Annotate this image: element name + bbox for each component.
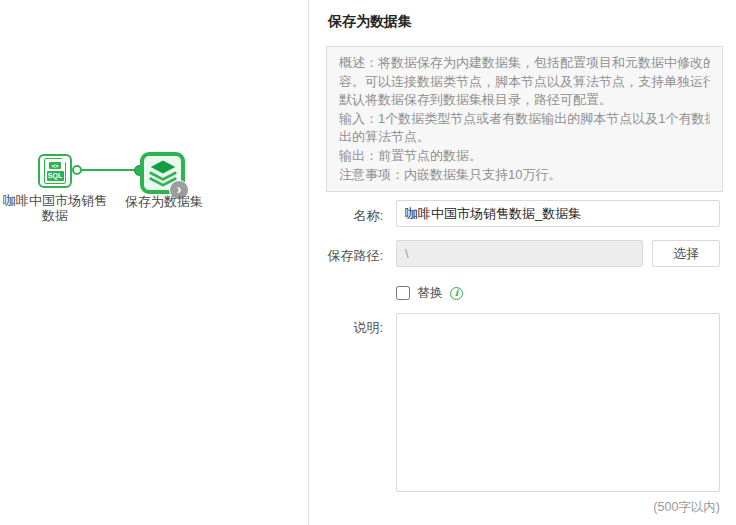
edge-connector — [80, 169, 137, 171]
config-panel: 保存为数据集 概述：将数据保存为内建数据集，包括配置项目和元数据中修改的内 容。… — [309, 0, 736, 525]
app-window: <> SQL › 咖啡中国市场销售数据 保存为数据集 保存为数据集 概述：将数据… — [0, 0, 736, 525]
save-path-input[interactable] — [396, 240, 643, 267]
node-label-save-dataset: 保存为数据集 — [118, 194, 210, 209]
node-label-sql-source: 咖啡中国市场销售数据 — [0, 193, 110, 223]
note-textarea[interactable] — [396, 313, 720, 492]
sql-badge-icon: SQL — [47, 171, 64, 181]
name-label: 名称: — [309, 207, 383, 225]
description-box: 概述：将数据保存为内建数据集，包括配置项目和元数据中修改的内 容。可以连接数据类… — [326, 46, 723, 192]
choose-path-button[interactable]: 选择 — [652, 240, 720, 267]
description-line: 注意事项：内嵌数据集只支持10万行。 — [339, 166, 710, 185]
replace-option-row: 替换 i — [396, 285, 463, 301]
description-line: 容。可以连接数据类节点，脚本节点以及算法节点，支持单独运行， — [339, 73, 710, 92]
description-line: 出的算法节点。 — [339, 128, 710, 147]
panel-title: 保存为数据集 — [328, 13, 412, 31]
description-line: 输入：1个数据类型节点或者有数据输出的脚本节点以及1个有数据输 — [339, 110, 710, 129]
folded-corner-icon — [60, 157, 67, 164]
workflow-canvas[interactable]: <> SQL › 咖啡中国市场销售数据 保存为数据集 — [0, 0, 308, 525]
note-label: 说明: — [309, 319, 383, 337]
info-icon[interactable]: i — [450, 287, 463, 300]
save-path-label: 保存路径: — [309, 247, 383, 265]
description-line: 默认将数据保存到数据集根目录，路径可配置。 — [339, 91, 710, 110]
replace-checkbox[interactable] — [396, 286, 410, 300]
name-input[interactable] — [396, 200, 720, 227]
node-sql-source[interactable]: <> SQL — [38, 154, 72, 188]
output-port-icon[interactable] — [72, 165, 82, 175]
description-line: 输出：前置节点的数据。 — [339, 147, 710, 166]
description-line: 概述：将数据保存为内建数据集，包括配置项目和元数据中修改的内 — [339, 54, 710, 73]
replace-label: 替换 — [417, 284, 443, 302]
char-limit-hint: (500字以内) — [396, 499, 720, 516]
sql-file-icon: <> SQL — [44, 158, 66, 184]
